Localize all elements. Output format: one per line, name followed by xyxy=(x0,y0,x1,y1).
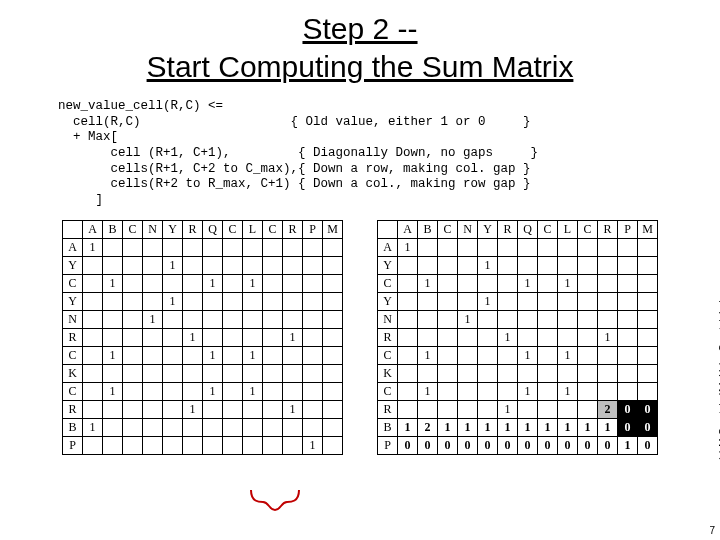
cell xyxy=(203,329,223,347)
cell xyxy=(518,239,538,257)
cell xyxy=(303,275,323,293)
cell: 1 xyxy=(398,239,418,257)
cell xyxy=(123,329,143,347)
cell xyxy=(638,275,658,293)
cell: 1 xyxy=(558,275,578,293)
cell: 0 xyxy=(558,437,578,455)
cell xyxy=(578,311,598,329)
cell: 1 xyxy=(458,311,478,329)
col-header: M xyxy=(638,221,658,239)
cell: 1 xyxy=(478,257,498,275)
cell: 1 xyxy=(518,347,538,365)
cell xyxy=(538,275,558,293)
cell xyxy=(398,293,418,311)
cell xyxy=(538,401,558,419)
cell xyxy=(183,347,203,365)
cell: 1 xyxy=(83,239,103,257)
cell: 1 xyxy=(518,275,538,293)
cell: 1 xyxy=(103,383,123,401)
cell xyxy=(558,239,578,257)
cell xyxy=(638,383,658,401)
cell xyxy=(598,383,618,401)
row-header: C xyxy=(63,383,83,401)
cell xyxy=(183,365,203,383)
cell xyxy=(183,383,203,401)
cell xyxy=(243,401,263,419)
cell xyxy=(618,275,638,293)
cell: 1 xyxy=(558,419,578,437)
cell xyxy=(103,329,123,347)
col-header: P xyxy=(618,221,638,239)
cell xyxy=(618,257,638,275)
cell xyxy=(438,347,458,365)
cell xyxy=(243,419,263,437)
cell xyxy=(263,419,283,437)
cell xyxy=(438,329,458,347)
cell xyxy=(303,311,323,329)
col-header: Y xyxy=(163,221,183,239)
cell xyxy=(143,347,163,365)
cell: 1 xyxy=(243,347,263,365)
cell: 1 xyxy=(498,419,518,437)
cell xyxy=(283,365,303,383)
cell xyxy=(558,311,578,329)
row-header: Y xyxy=(63,293,83,311)
col-header: M xyxy=(323,221,343,239)
cell xyxy=(243,437,263,455)
cell xyxy=(83,347,103,365)
cell xyxy=(418,311,438,329)
cell xyxy=(183,419,203,437)
cell xyxy=(498,293,518,311)
cell: 2 xyxy=(598,401,618,419)
cell xyxy=(598,275,618,293)
cell xyxy=(263,293,283,311)
cell: 1 xyxy=(183,401,203,419)
cell: 0 xyxy=(638,419,658,437)
row-header: N xyxy=(63,311,83,329)
col-header: R xyxy=(183,221,203,239)
cell xyxy=(243,365,263,383)
cell xyxy=(123,401,143,419)
cell: 1 xyxy=(598,419,618,437)
cell: 0 xyxy=(578,437,598,455)
cell xyxy=(303,257,323,275)
cell xyxy=(103,365,123,383)
cell xyxy=(263,365,283,383)
cell xyxy=(283,239,303,257)
cell: 0 xyxy=(398,437,418,455)
cell xyxy=(478,401,498,419)
cell xyxy=(538,239,558,257)
cell xyxy=(323,311,343,329)
cell: 1 xyxy=(243,275,263,293)
cell xyxy=(558,257,578,275)
cell xyxy=(458,257,478,275)
cell xyxy=(618,383,638,401)
cell: 1 xyxy=(103,275,123,293)
row-header: R xyxy=(63,329,83,347)
cell xyxy=(458,365,478,383)
cell xyxy=(498,347,518,365)
cell xyxy=(598,293,618,311)
cell: 1 xyxy=(538,419,558,437)
cell xyxy=(438,239,458,257)
col-header: C xyxy=(578,221,598,239)
cell: 1 xyxy=(203,383,223,401)
cell xyxy=(103,293,123,311)
cell xyxy=(598,311,618,329)
cell xyxy=(143,329,163,347)
cell: 1 xyxy=(418,383,438,401)
cell xyxy=(398,257,418,275)
cell xyxy=(223,365,243,383)
cell xyxy=(598,239,618,257)
cell xyxy=(418,293,438,311)
row-header: C xyxy=(378,347,398,365)
cell xyxy=(143,401,163,419)
cell xyxy=(203,437,223,455)
cell: 1 xyxy=(498,401,518,419)
cell: 1 xyxy=(438,419,458,437)
cell xyxy=(578,347,598,365)
cell xyxy=(163,365,183,383)
cell xyxy=(398,383,418,401)
row-header: B xyxy=(63,419,83,437)
cell xyxy=(418,329,438,347)
